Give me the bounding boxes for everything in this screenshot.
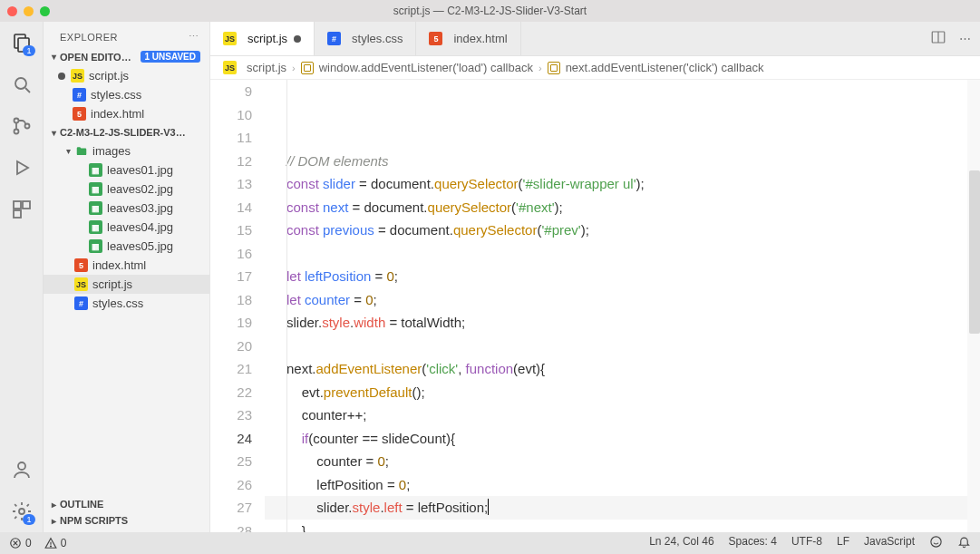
js-file-icon: JS [74, 277, 88, 291]
status-cursor[interactable]: Ln 24, Col 46 [649, 535, 713, 551]
code-line[interactable]: evt.preventDefault(); [265, 381, 967, 404]
extensions-icon[interactable] [10, 198, 34, 221]
line-number: 26 [210, 473, 252, 497]
file-label: styles.css [91, 88, 141, 102]
img-file-icon: ▦ [89, 201, 102, 215]
editor-tab[interactable]: # styles.css [315, 22, 416, 55]
notifications-icon[interactable] [957, 535, 971, 551]
file-label: styles.css [92, 296, 143, 310]
svg-point-5 [14, 130, 18, 134]
maximize-window-button[interactable] [40, 6, 50, 16]
code-line[interactable]: const slider = document.querySelector('#… [265, 172, 967, 196]
source-control-icon[interactable] [10, 114, 34, 138]
code-line[interactable]: let counter = 0; [265, 288, 967, 312]
image-file-item[interactable]: ▦leaves05.jpg [44, 237, 209, 256]
css-file-icon: # [327, 32, 341, 45]
code-line[interactable]: leftPosition = 0; [265, 473, 967, 497]
line-number: 14 [210, 196, 252, 219]
account-icon[interactable] [10, 458, 34, 481]
run-debug-icon[interactable] [10, 156, 34, 180]
line-number: 15 [210, 219, 252, 242]
project-file-item[interactable]: 5index.html [44, 256, 209, 275]
img-file-icon: ▦ [89, 239, 102, 253]
svg-rect-9 [23, 201, 30, 209]
scrollbar[interactable] [967, 80, 980, 532]
status-problems[interactable]: 0 [9, 537, 32, 549]
explorer-badge: 1 [23, 45, 34, 56]
image-file-item[interactable]: ▦leaves02.jpg [44, 180, 209, 199]
editor-tab[interactable]: JS script.js [210, 22, 315, 55]
status-spaces[interactable]: Spaces: 4 [729, 535, 777, 551]
breadcrumb-cb1[interactable]: window.addEventListener('load') callback [319, 61, 533, 74]
svg-rect-8 [14, 201, 21, 209]
file-label: leaves05.jpg [107, 239, 173, 253]
css-file-icon: # [73, 88, 86, 102]
chevron-down-icon: ▾ [49, 52, 58, 62]
status-warnings[interactable]: 0 [44, 537, 67, 549]
dirty-indicator [294, 35, 301, 43]
tab-label: script.js [247, 32, 287, 45]
code-editor[interactable]: 910111213141516171819202122232425262728 … [210, 80, 980, 532]
code-line[interactable]: counter = 0; [265, 450, 967, 473]
folder-images[interactable]: ▾ images [44, 141, 209, 160]
code-line[interactable]: let leftPosition = 0; [265, 265, 967, 288]
line-number: 20 [210, 335, 252, 358]
code-line[interactable]: // DOM elements [265, 150, 967, 173]
explorer-icon[interactable]: 1 [10, 31, 34, 54]
minimize-window-button[interactable] [24, 6, 34, 16]
folder-label: images [92, 144, 131, 158]
symbol-method-icon [548, 62, 560, 74]
image-file-item[interactable]: ▦leaves03.jpg [44, 199, 209, 218]
image-file-item[interactable]: ▦leaves01.jpg [44, 160, 209, 180]
status-encoding[interactable]: UTF-8 [791, 535, 822, 551]
open-editors-section[interactable]: ▾ OPEN EDITO… 1 UNSAVED [44, 48, 209, 65]
breadcrumb[interactable]: JS script.js › window.addEventListener('… [210, 56, 980, 80]
code-line[interactable]: counter++; [265, 403, 967, 427]
code-line[interactable] [265, 335, 967, 358]
code-line[interactable]: slider.style.width = totalWidth; [265, 311, 967, 335]
line-number: 25 [210, 450, 252, 473]
settings-icon[interactable]: 1 [10, 500, 34, 523]
close-window-button[interactable] [7, 6, 17, 16]
code-line[interactable]: const next = document.querySelector('#ne… [265, 196, 967, 219]
editor-tab[interactable]: 5 index.html [416, 22, 520, 55]
sidebar-menu-button[interactable]: ⋯ [189, 31, 199, 43]
npm-scripts-section[interactable]: ▸ NPM SCRIPTS [44, 512, 209, 529]
open-editor-item[interactable]: #styles.css [44, 85, 209, 104]
status-eol[interactable]: LF [837, 535, 849, 551]
code-line[interactable]: const previous = document.querySelector(… [265, 219, 967, 242]
file-label: index.html [91, 107, 144, 121]
image-file-item[interactable]: ▦leaves04.jpg [44, 218, 209, 237]
line-number: 9 [210, 80, 252, 103]
feedback-icon[interactable] [929, 535, 943, 551]
chevron-right-icon: › [539, 63, 542, 73]
file-label: script.js [92, 277, 132, 291]
code-line[interactable] [265, 242, 967, 266]
more-actions-icon[interactable]: ⋯ [959, 32, 971, 45]
open-editor-item[interactable]: JSscript.js [44, 66, 209, 85]
project-file-item[interactable]: #styles.css [44, 294, 209, 313]
open-editors-label: OPEN EDITO… [60, 52, 131, 63]
svg-point-12 [19, 509, 24, 514]
split-editor-icon[interactable] [930, 29, 946, 48]
outline-section[interactable]: ▸ OUTLINE [44, 496, 209, 512]
breadcrumb-cb2[interactable]: next.addEventListener('click') callback [566, 61, 764, 74]
project-label: C2-M3-L2-JS-SLIDER-V3… [60, 127, 186, 138]
open-editor-item[interactable]: 5index.html [44, 104, 209, 123]
breadcrumb-file[interactable]: script.js [247, 61, 286, 74]
window-title: script.js — C2-M3-L2-JS-Slider-V3-Start [393, 5, 587, 17]
code-line[interactable]: } [265, 520, 967, 533]
search-icon[interactable] [10, 73, 34, 96]
tab-label: styles.css [352, 32, 403, 45]
html-file-icon: 5 [74, 258, 88, 272]
chevron-right-icon: ▸ [49, 500, 58, 510]
scroll-thumb[interactable] [969, 170, 980, 334]
code-line[interactable]: slider.style.left = leftPosition; [265, 496, 967, 520]
explorer-sidebar: EXPLORER ⋯ ▾ OPEN EDITO… 1 UNSAVED JSscr… [44, 22, 210, 532]
npm-label: NPM SCRIPTS [60, 515, 128, 526]
project-section[interactable]: ▾ C2-M3-L2-JS-SLIDER-V3… [44, 124, 209, 141]
status-language[interactable]: JavaScript [864, 535, 915, 551]
code-line[interactable]: next.addEventListener('click', function(… [265, 357, 967, 381]
project-file-item[interactable]: JSscript.js [44, 275, 209, 294]
code-line[interactable]: if(counter == slideCount){ [265, 427, 967, 451]
